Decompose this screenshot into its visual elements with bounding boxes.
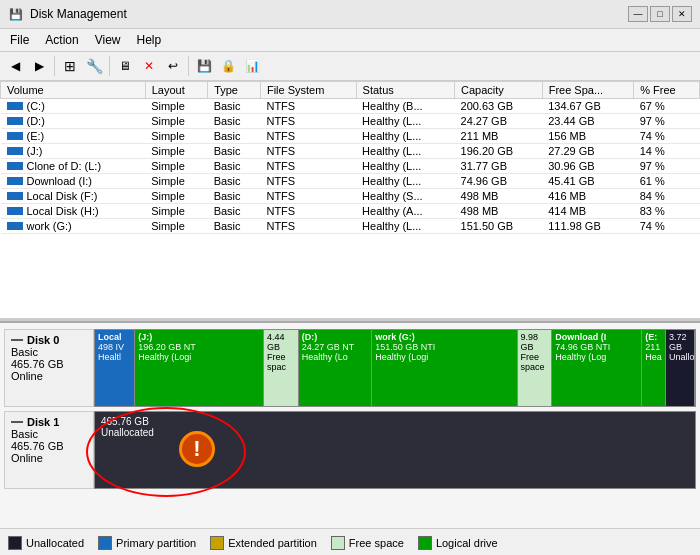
disk0-type: Basic bbox=[11, 346, 87, 358]
toolbar-btn-2[interactable]: 🔧 bbox=[83, 55, 105, 77]
col-freespace[interactable]: Free Spa... bbox=[542, 82, 634, 99]
separator-2 bbox=[109, 56, 110, 76]
title-bar: 💾 Disk Management — □ ✕ bbox=[0, 0, 700, 29]
table-cell: Simple bbox=[145, 99, 207, 114]
disk-visual-area[interactable]: Disk 0 Basic 465.76 GB Online Local498 I… bbox=[0, 321, 700, 528]
table-cell: (D:) bbox=[1, 114, 146, 129]
disk0-partition[interactable]: Download (I74.96 GB NTIHealthy (Log bbox=[552, 330, 642, 406]
toolbar-btn-3[interactable]: 🖥 bbox=[114, 55, 136, 77]
back-button[interactable]: ◀ bbox=[4, 55, 26, 77]
separator-1 bbox=[54, 56, 55, 76]
menu-action[interactable]: Action bbox=[39, 31, 84, 49]
table-cell: 134.67 GB bbox=[542, 99, 634, 114]
table-cell: 74 % bbox=[634, 129, 700, 144]
legend-unallocated: Unallocated bbox=[8, 536, 84, 550]
disk0-partition[interactable]: (E:211Hea bbox=[642, 330, 666, 406]
disk1-label: Disk 1 Basic 465.76 GB Online bbox=[4, 411, 94, 489]
disk0-partition[interactable]: 3.72 GBUnallocat bbox=[666, 330, 695, 406]
legend-primary: Primary partition bbox=[98, 536, 196, 550]
table-row[interactable]: Clone of D: (L:)SimpleBasicNTFSHealthy (… bbox=[1, 159, 700, 174]
table-cell: work (G:) bbox=[1, 219, 146, 234]
table-cell: Simple bbox=[145, 129, 207, 144]
table-cell: NTFS bbox=[260, 189, 356, 204]
table-cell: 23.44 GB bbox=[542, 114, 634, 129]
disk1-name: Disk 1 bbox=[27, 416, 59, 428]
table-cell: Simple bbox=[145, 114, 207, 129]
table-cell: 414 MB bbox=[542, 204, 634, 219]
menu-bar: File Action View Help bbox=[0, 29, 700, 52]
legend-unallocated-box bbox=[8, 536, 22, 550]
disk0-partition[interactable]: (D:)24.27 GB NTHealthy (Lo bbox=[299, 330, 372, 406]
table-cell: Download (I:) bbox=[1, 174, 146, 189]
table-cell: Simple bbox=[145, 189, 207, 204]
table-cell: 74 % bbox=[634, 219, 700, 234]
table-cell: Simple bbox=[145, 174, 207, 189]
disk1-unalloc-size: 465.76 GB bbox=[101, 416, 689, 427]
disk0-status: Online bbox=[11, 370, 87, 382]
table-row[interactable]: (C:)SimpleBasicNTFSHealthy (B...200.63 G… bbox=[1, 99, 700, 114]
col-volume[interactable]: Volume bbox=[1, 82, 146, 99]
menu-help[interactable]: Help bbox=[131, 31, 168, 49]
disk0-partition[interactable]: Local498 IVHealtl bbox=[95, 330, 135, 406]
toolbar-btn-7[interactable]: 🔒 bbox=[217, 55, 239, 77]
table-cell: Healthy (L... bbox=[356, 129, 454, 144]
toolbar-btn-5[interactable]: ↩ bbox=[162, 55, 184, 77]
table-cell: NTFS bbox=[260, 174, 356, 189]
col-pctfree[interactable]: % Free bbox=[634, 82, 700, 99]
table-cell: Healthy (L... bbox=[356, 114, 454, 129]
table-row[interactable]: work (G:)SimpleBasicNTFSHealthy (L...151… bbox=[1, 219, 700, 234]
legend-logical: Logical drive bbox=[418, 536, 498, 550]
table-cell: Basic bbox=[208, 159, 261, 174]
table-cell: Simple bbox=[145, 204, 207, 219]
table-cell: Local Disk (F:) bbox=[1, 189, 146, 204]
maximize-button[interactable]: □ bbox=[650, 6, 670, 22]
table-row[interactable]: Local Disk (F:)SimpleBasicNTFSHealthy (S… bbox=[1, 189, 700, 204]
table-cell: 84 % bbox=[634, 189, 700, 204]
toolbar-btn-6[interactable]: 💾 bbox=[193, 55, 215, 77]
disk0-partition[interactable]: 4.44 GBFree spac bbox=[264, 330, 299, 406]
disk0-partitions: Local498 IVHealtl(J:)196.20 GB NTHealthy… bbox=[94, 329, 696, 407]
table-cell: 30.96 GB bbox=[542, 159, 634, 174]
table-row[interactable]: (J:)SimpleBasicNTFSHealthy (L...196.20 G… bbox=[1, 144, 700, 159]
table-cell: (J:) bbox=[1, 144, 146, 159]
table-cell: 83 % bbox=[634, 204, 700, 219]
table-cell: Healthy (L... bbox=[356, 174, 454, 189]
table-cell: Basic bbox=[208, 114, 261, 129]
menu-view[interactable]: View bbox=[89, 31, 127, 49]
table-cell: Basic bbox=[208, 204, 261, 219]
table-cell: 27.29 GB bbox=[542, 144, 634, 159]
col-capacity[interactable]: Capacity bbox=[455, 82, 543, 99]
table-row[interactable]: (D:)SimpleBasicNTFSHealthy (L...24.27 GB… bbox=[1, 114, 700, 129]
table-row[interactable]: Local Disk (H:)SimpleBasicNTFSHealthy (A… bbox=[1, 204, 700, 219]
disk0-partition[interactable]: 9.98 GBFree space bbox=[518, 330, 553, 406]
table-row[interactable]: (E:)SimpleBasicNTFSHealthy (L...211 MB15… bbox=[1, 129, 700, 144]
table-cell: NTFS bbox=[260, 144, 356, 159]
table-cell: Healthy (L... bbox=[356, 144, 454, 159]
col-type[interactable]: Type bbox=[208, 82, 261, 99]
col-filesystem[interactable]: File System bbox=[260, 82, 356, 99]
table-cell: Basic bbox=[208, 144, 261, 159]
toolbar-btn-4[interactable]: ✕ bbox=[138, 55, 160, 77]
table-cell: 196.20 GB bbox=[455, 144, 543, 159]
disk0-partition[interactable]: (J:)196.20 GB NTHealthy (Logi bbox=[135, 330, 264, 406]
menu-file[interactable]: File bbox=[4, 31, 35, 49]
table-cell: 67 % bbox=[634, 99, 700, 114]
col-status[interactable]: Status bbox=[356, 82, 454, 99]
table-cell: 416 MB bbox=[542, 189, 634, 204]
minimize-button[interactable]: — bbox=[628, 6, 648, 22]
window-title: Disk Management bbox=[30, 7, 127, 21]
toolbar-btn-8[interactable]: 📊 bbox=[241, 55, 263, 77]
col-layout[interactable]: Layout bbox=[145, 82, 207, 99]
table-cell: (E:) bbox=[1, 129, 146, 144]
window-controls: — □ ✕ bbox=[628, 6, 692, 22]
disk-table-area[interactable]: Volume Layout Type File System Status Ca… bbox=[0, 81, 700, 321]
toolbar-btn-1[interactable]: ⊞ bbox=[59, 55, 81, 77]
table-cell: NTFS bbox=[260, 204, 356, 219]
table-cell: Simple bbox=[145, 219, 207, 234]
disk0-partition[interactable]: work (G:)151.50 GB NTIHealthy (Logi bbox=[372, 330, 517, 406]
table-cell: 151.50 GB bbox=[455, 219, 543, 234]
table-cell: Basic bbox=[208, 174, 261, 189]
forward-button[interactable]: ▶ bbox=[28, 55, 50, 77]
table-row[interactable]: Download (I:)SimpleBasicNTFSHealthy (L..… bbox=[1, 174, 700, 189]
close-button[interactable]: ✕ bbox=[672, 6, 692, 22]
